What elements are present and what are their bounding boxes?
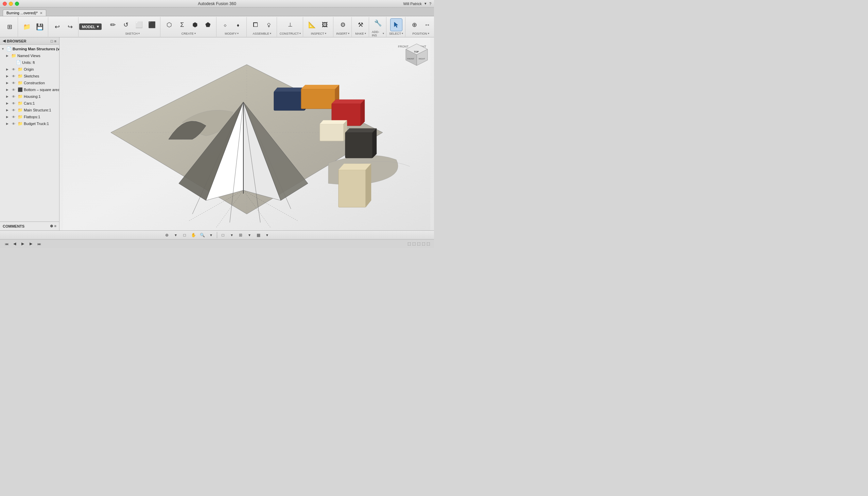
grid-button[interactable]: ⊞ [237,232,244,238]
svg-text:RIGHT: RIGHT [419,58,425,60]
pan-button[interactable]: ✋ [189,232,197,238]
sketches-arrow-icon: ▶ [6,74,11,78]
document-tab[interactable]: Burning ...overed)* ✕ [3,10,46,16]
make-btn1[interactable]: ⚒ [354,18,367,31]
separator-1 [217,232,217,238]
play-start-button[interactable]: ⏮ [3,241,10,247]
tree-item-bottom[interactable]: ▶ 👁 ⬛ Bottom – square area:1 [0,86,59,93]
tree-item-cars[interactable]: ▶ 👁 📁 Cars:1 [0,100,59,107]
browser-options-icon[interactable]: □ [51,39,53,43]
sketch-group: ✏ ↺ ⬜ ⬛ SKETCH ▾ [105,17,161,37]
play-end-button[interactable]: ⏭ [35,241,43,247]
undo-button[interactable]: ↩ [51,20,63,33]
select-group: SELECT ▾ [387,17,406,37]
viewport[interactable]: FRONT RIGHT TOP RIGHT FRONT [60,37,434,230]
status-icons[interactable]: ⬚ ⬚ ⬚ ⬚ ⬚ [406,241,431,247]
svg-marker-18 [372,128,377,158]
tabbar: Burning ...overed)* ✕ [0,7,434,16]
bottom-toolbar: ⊕ ▾ □ ✋ 🔍 ▾ □ ▾ ⊞ ▾ ▦ ▾ [0,230,434,239]
tree-item-main-structure[interactable]: ▶ 👁 📁 Main Structure:1 [0,107,59,113]
zoom-dropdown-button[interactable]: ▾ [207,232,215,238]
close-button[interactable] [3,2,7,6]
position-btn1[interactable]: ⊕ [408,18,421,31]
modify-btn2[interactable]: ⬧ [232,18,244,31]
main-structure-eye-icon: 👁 [11,107,16,113]
help-icon[interactable]: ? [429,2,431,6]
tree-root-item[interactable]: ▼ 📄 Burning Man Structures (v9.... ✓ [0,46,59,52]
inspect-btn1[interactable]: 📐 [306,18,318,31]
browser-header: ◀ BROWSER □ ≡ [0,37,59,45]
construct-btn1[interactable]: ⊥ [284,18,296,31]
scene-canvas: FRONT RIGHT [60,37,434,230]
play-button[interactable]: ▶ [19,241,27,247]
model-dropdown[interactable]: MODEL ▾ [79,24,102,30]
orbit-dropdown-button[interactable]: ▾ [172,232,180,238]
tree-item-sketches[interactable]: ▶ 👁 📁 Sketches [0,73,59,79]
flattops-eye-icon: 👁 [11,114,16,120]
status-icon-4: ⬚ [422,242,425,246]
svg-rect-32 [338,170,366,207]
orbit-button[interactable]: ⊕ [163,232,171,238]
sketch-btn2[interactable]: ↺ [120,18,132,31]
play-next-button[interactable]: ▶ [27,241,35,247]
tree-item-flattops[interactable]: ▶ 👁 📁 Flattops:1 [0,113,59,120]
save-button[interactable]: 💾 [34,20,46,33]
tree-item-units: 📄 Units: ft [0,59,59,66]
minimize-button[interactable] [9,2,13,6]
flattops-label: Flattops:1 [24,115,40,119]
visual-style-button[interactable]: ▦ [255,232,262,238]
display-dropdown-button[interactable]: ▾ [228,232,235,238]
comments-add-icon[interactable]: ⊕ [50,224,53,228]
tree-item-origin[interactable]: ▶ 👁 📁 Origin [0,66,59,73]
browser-collapse-icon[interactable]: ◀ [3,39,5,43]
comments-menu-icon[interactable]: ≡ [55,224,57,228]
insert-btn1[interactable]: ⚙ [337,18,349,31]
comments-label: COMMENTS [3,224,25,228]
assemble-btn2[interactable]: ⧬ [262,18,275,31]
create-btn4[interactable]: ⬟ [202,18,214,31]
tree-item-budget-truck[interactable]: ▶ 👁 📁 Budget Truck:1 [0,120,59,127]
inspect-btn2[interactable]: 🖼 [319,18,331,31]
addins-btn1[interactable]: 🔧 [372,17,384,30]
cars-label: Cars:1 [24,101,35,105]
cars-arrow-icon: ▶ [6,102,11,105]
insert-chevron-icon: ▾ [348,32,349,35]
modify-btn1[interactable]: ⬦ [219,18,231,31]
select-button[interactable] [390,18,402,31]
assemble-btn1[interactable]: ⧠ [249,18,262,31]
tree-item-housing[interactable]: ▶ 👁 📁 Housing:1 [0,93,59,100]
sketch-btn3[interactable]: ⬜ [133,18,145,31]
visual-style-dropdown-button[interactable]: ▾ [263,232,271,238]
tab-close-button[interactable]: ✕ [40,11,43,15]
play-prev-button[interactable]: ◀ [11,241,18,247]
tree-item-named-views[interactable]: ▶ 📁 Named Views [0,52,59,59]
create-btn3[interactable]: ⬢ [189,18,201,31]
budget-truck-eye-icon: 👁 [11,121,16,126]
fullscreen-button[interactable] [15,2,19,6]
redo-button[interactable]: ↪ [64,20,76,33]
construction-arrow-icon: ▶ [6,81,11,84]
zoom-button[interactable]: 🔍 [198,232,206,238]
budget-truck-arrow-icon: ▶ [6,122,11,125]
construction-label: Construction [24,81,45,85]
file-button[interactable]: 📁 [21,20,33,33]
browser-menu-icon[interactable]: ≡ [55,39,57,43]
display-mode-button[interactable]: □ [219,232,227,238]
comments-panel: COMMENTS ⊕ ≡ [0,221,60,230]
look-at-button[interactable]: □ [181,232,188,238]
toolbar-left-icons: ⊞ [1,17,18,37]
named-views-folder-icon: 📁 [11,53,16,59]
sketch-button[interactable]: ✏ [107,18,119,31]
user-name[interactable]: Will Patrick [403,2,422,6]
tree-item-construction[interactable]: ▶ 👁 📁 Construction [0,79,59,86]
browser-tree: ▼ 📄 Burning Man Structures (v9.... ✓ ▶ 📁… [0,45,59,221]
sketch-btn4[interactable]: ⬛ [146,18,158,31]
grid-icon[interactable]: ⊞ [3,20,16,33]
viewcube[interactable]: TOP RIGHT FRONT [405,43,429,67]
position-chevron-icon: ▾ [428,32,429,35]
grid-dropdown-button[interactable]: ▾ [246,232,253,238]
position-btn2[interactable]: ↔ [421,18,433,31]
create-btn2[interactable]: Σ [176,18,188,31]
insert-group: ⚙ INSERT ▾ [334,17,352,37]
create-btn1[interactable]: ⬡ [163,18,176,31]
